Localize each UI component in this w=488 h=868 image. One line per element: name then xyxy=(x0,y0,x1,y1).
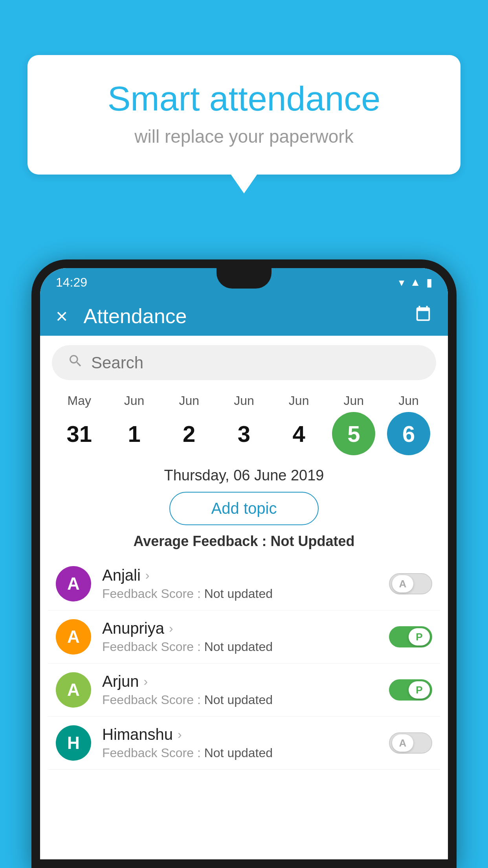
cal-month-label: Jun xyxy=(124,394,145,408)
cal-date-number: 2 xyxy=(167,412,211,455)
cal-month-label: Jun xyxy=(179,394,199,408)
cal-month-label: Jun xyxy=(344,394,364,408)
student-row[interactable]: AAnjali ›Feedback Score : Not updatedA xyxy=(48,557,440,611)
speech-bubble: Smart attendance will replace your paper… xyxy=(28,55,460,175)
attendance-toggle[interactable]: A xyxy=(389,573,432,594)
bubble-title: Smart attendance xyxy=(59,79,429,119)
student-feedback: Feedback Score : Not updated xyxy=(102,640,389,654)
phone-frame: 14:29 ▾ ▲ ▮ × Attendance xyxy=(31,259,457,868)
student-name: Arjun › xyxy=(102,673,389,690)
app-header: × Attendance xyxy=(40,296,448,336)
calendar-day[interactable]: Jun5 xyxy=(330,394,377,455)
add-topic-button[interactable]: Add topic xyxy=(169,492,319,525)
student-feedback: Feedback Score : Not updated xyxy=(102,746,389,760)
status-time: 14:29 xyxy=(56,275,87,290)
student-feedback: Feedback Score : Not updated xyxy=(102,693,389,707)
student-row[interactable]: AAnupriya ›Feedback Score : Not updatedP xyxy=(48,611,440,664)
notch xyxy=(216,268,272,289)
chevron-icon: › xyxy=(169,621,173,636)
search-bar[interactable] xyxy=(52,345,436,380)
calendar-day[interactable]: May31 xyxy=(56,394,103,455)
calendar-dates-row: May31Jun1Jun2Jun3Jun4Jun5Jun6 xyxy=(40,390,448,455)
cal-date-number: 31 xyxy=(58,412,101,455)
calendar-day[interactable]: Jun6 xyxy=(385,394,432,455)
student-name: Anupriya › xyxy=(102,620,389,637)
signal-icon: ▲ xyxy=(410,276,421,289)
close-button[interactable]: × xyxy=(56,304,68,328)
avg-feedback-label: Average Feedback : xyxy=(134,533,267,549)
calendar-day[interactable]: Jun3 xyxy=(220,394,268,455)
cal-date-number: 4 xyxy=(277,412,321,455)
calendar-day[interactable]: Jun4 xyxy=(275,394,323,455)
student-feedback: Feedback Score : Not updated xyxy=(102,587,389,601)
student-info: Anupriya ›Feedback Score : Not updated xyxy=(102,620,389,654)
cal-month-label: May xyxy=(68,394,91,408)
calendar-icon[interactable] xyxy=(414,305,432,327)
student-name: Himanshu › xyxy=(102,726,389,743)
avg-feedback-value: Not Updated xyxy=(270,533,354,549)
status-icons: ▾ ▲ ▮ xyxy=(399,276,432,289)
student-info: Himanshu ›Feedback Score : Not updated xyxy=(102,726,389,760)
calendar-day[interactable]: Jun1 xyxy=(111,394,158,455)
header-title: Attendance xyxy=(83,304,414,328)
cal-month-label: Jun xyxy=(289,394,309,408)
students-list: AAnjali ›Feedback Score : Not updatedAAA… xyxy=(40,557,448,770)
student-row[interactable]: HHimanshu ›Feedback Score : Not updatedA xyxy=(48,717,440,770)
speech-bubble-container: Smart attendance will replace your paper… xyxy=(28,55,460,175)
student-name: Anjali › xyxy=(102,566,389,584)
status-bar: 14:29 ▾ ▲ ▮ xyxy=(40,268,448,296)
attendance-toggle[interactable]: P xyxy=(389,679,432,701)
chevron-icon: › xyxy=(143,674,148,689)
battery-icon: ▮ xyxy=(426,276,432,289)
search-input[interactable] xyxy=(91,353,420,372)
chevron-icon: › xyxy=(178,727,182,742)
toggle-thumb: A xyxy=(392,734,413,752)
attendance-toggle[interactable]: A xyxy=(389,732,432,754)
toggle-thumb: P xyxy=(409,628,430,645)
student-avatar: H xyxy=(56,725,91,761)
student-avatar: A xyxy=(56,566,91,601)
attendance-toggle[interactable]: P xyxy=(389,626,432,647)
selected-date: Thursday, 06 June 2019 xyxy=(40,467,448,484)
student-info: Anjali ›Feedback Score : Not updated xyxy=(102,566,389,601)
wifi-icon: ▾ xyxy=(399,276,404,289)
chevron-icon: › xyxy=(145,568,150,583)
student-avatar: A xyxy=(56,619,91,655)
avg-feedback: Average Feedback : Not Updated xyxy=(40,533,448,550)
cal-date-number: 6 xyxy=(387,412,430,455)
cal-month-label: Jun xyxy=(234,394,254,408)
bubble-subtitle: will replace your paperwork xyxy=(59,126,429,147)
cal-date-number: 3 xyxy=(222,412,266,455)
cal-date-number: 5 xyxy=(332,412,375,455)
search-icon xyxy=(68,353,83,372)
toggle-thumb: P xyxy=(409,681,430,699)
student-avatar: A xyxy=(56,672,91,708)
cal-date-number: 1 xyxy=(113,412,156,455)
toggle-thumb: A xyxy=(392,575,413,592)
calendar-day[interactable]: Jun2 xyxy=(165,394,213,455)
phone-screen: 14:29 ▾ ▲ ▮ × Attendance xyxy=(40,268,448,859)
student-info: Arjun ›Feedback Score : Not updated xyxy=(102,673,389,707)
cal-month-label: Jun xyxy=(398,394,419,408)
student-row[interactable]: AArjun ›Feedback Score : Not updatedP xyxy=(48,664,440,717)
